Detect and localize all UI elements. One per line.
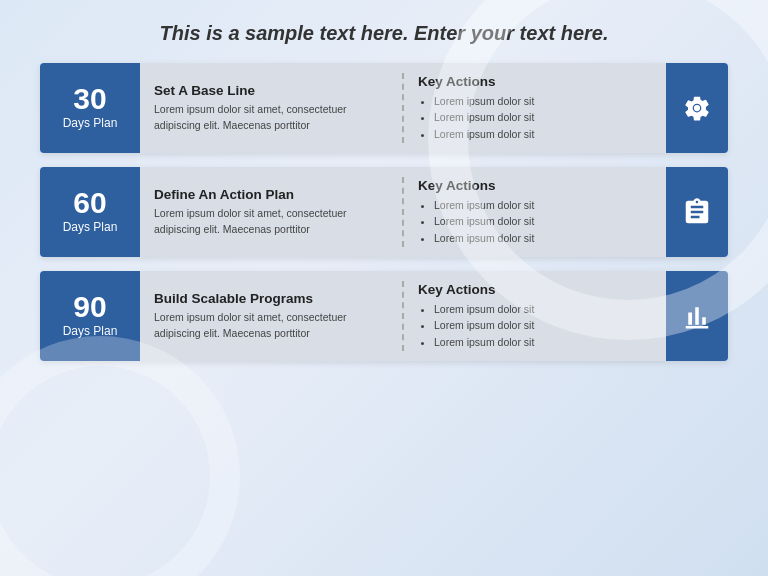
page-title: This is a sample text here. Enter your t… (0, 0, 768, 63)
section-main-30: Set A Base Line Lorem ipsum dolor sit am… (140, 63, 402, 153)
section2-title: Key Actions (418, 74, 652, 89)
section1-title: Define An Action Plan (154, 187, 388, 202)
plan-rows-container: 30 Days Plan Set A Base Line Lorem ipsum… (0, 63, 768, 361)
section-actions-90: Key Actions Lorem ipsum dolor sitLorem i… (404, 271, 666, 361)
section-main-90: Build Scalable Programs Lorem ipsum dolo… (140, 271, 402, 361)
plan-number: 90 (73, 292, 106, 322)
plan-row-30: 30 Days Plan Set A Base Line Lorem ipsum… (40, 63, 728, 153)
section1-body: Lorem ipsum dolor sit amet, consectetuer… (154, 206, 388, 236)
key-action-item: Lorem ipsum dolor sit (434, 109, 652, 125)
section1-title: Build Scalable Programs (154, 291, 388, 306)
plan-content-60: Define An Action Plan Lorem ipsum dolor … (140, 167, 666, 257)
key-actions-list: Lorem ipsum dolor sitLorem ipsum dolor s… (418, 197, 652, 246)
section-main-60: Define An Action Plan Lorem ipsum dolor … (140, 167, 402, 257)
section-actions-30: Key Actions Lorem ipsum dolor sitLorem i… (404, 63, 666, 153)
plan-row-60: 60 Days Plan Define An Action Plan Lorem… (40, 167, 728, 257)
plan-icon-30 (666, 63, 728, 153)
svg-point-0 (694, 105, 700, 111)
section2-title: Key Actions (418, 178, 652, 193)
plan-days-text: Days Plan (63, 324, 118, 340)
plan-icon-60 (666, 167, 728, 257)
plan-row-90: 90 Days Plan Build Scalable Programs Lor… (40, 271, 728, 361)
key-actions-list: Lorem ipsum dolor sitLorem ipsum dolor s… (418, 301, 652, 350)
plan-number: 60 (73, 188, 106, 218)
section1-body: Lorem ipsum dolor sit amet, consectetuer… (154, 102, 388, 132)
plan-number: 30 (73, 84, 106, 114)
section-actions-60: Key Actions Lorem ipsum dolor sitLorem i… (404, 167, 666, 257)
key-action-item: Lorem ipsum dolor sit (434, 317, 652, 333)
section1-title: Set A Base Line (154, 83, 388, 98)
key-action-item: Lorem ipsum dolor sit (434, 230, 652, 246)
key-actions-list: Lorem ipsum dolor sitLorem ipsum dolor s… (418, 93, 652, 142)
plan-label-60: 60 Days Plan (40, 167, 140, 257)
svg-rect-1 (686, 326, 709, 329)
plan-days-text: Days Plan (63, 116, 118, 132)
plan-label-30: 30 Days Plan (40, 63, 140, 153)
plan-icon-90 (666, 271, 728, 361)
plan-days-text: Days Plan (63, 220, 118, 236)
plan-content-30: Set A Base Line Lorem ipsum dolor sit am… (140, 63, 666, 153)
plan-label-90: 90 Days Plan (40, 271, 140, 361)
section1-body: Lorem ipsum dolor sit amet, consectetuer… (154, 310, 388, 340)
key-action-item: Lorem ipsum dolor sit (434, 213, 652, 229)
plan-content-90: Build Scalable Programs Lorem ipsum dolo… (140, 271, 666, 361)
section2-title: Key Actions (418, 282, 652, 297)
key-action-item: Lorem ipsum dolor sit (434, 197, 652, 213)
key-action-item: Lorem ipsum dolor sit (434, 301, 652, 317)
key-action-item: Lorem ipsum dolor sit (434, 334, 652, 350)
key-action-item: Lorem ipsum dolor sit (434, 93, 652, 109)
key-action-item: Lorem ipsum dolor sit (434, 126, 652, 142)
